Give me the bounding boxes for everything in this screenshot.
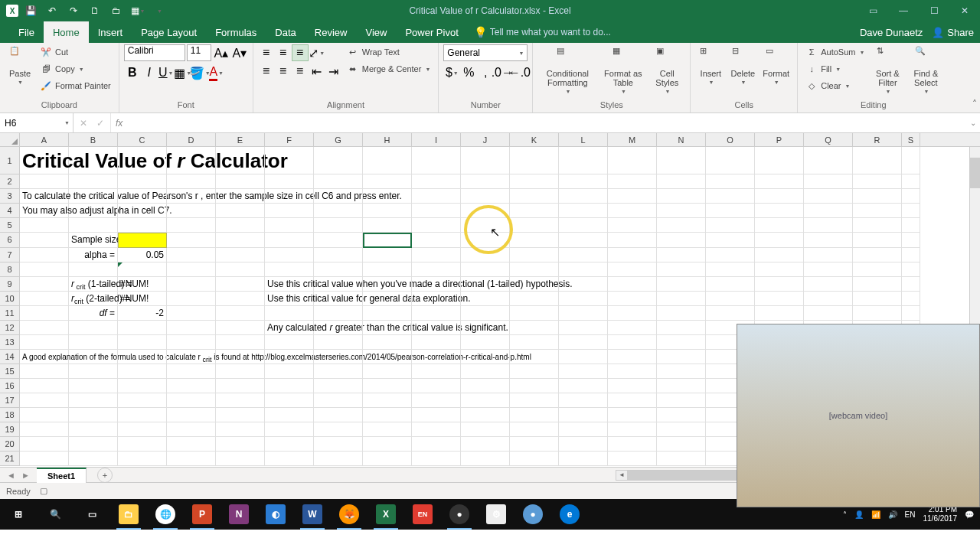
vscroll-thumb[interactable] (970, 158, 980, 188)
cell-B6[interactable]: Sample size (n )= (69, 233, 118, 248)
align-bottom-button[interactable]: ≡ (292, 44, 309, 61)
file-explorer-button[interactable]: 🗀 (110, 499, 147, 530)
align-left-button[interactable]: ≡ (258, 63, 275, 80)
sheet-nav-next[interactable]: ► (21, 471, 30, 480)
tray-expand-icon[interactable]: ˄ (843, 510, 847, 519)
taskbar-clock[interactable]: 2:01 PM 11/6/2017 (923, 505, 958, 523)
menu-file[interactable]: File (9, 21, 44, 43)
cell-C9[interactable]: #NUM! (118, 277, 167, 292)
menu-view[interactable]: View (356, 21, 396, 43)
wrap-text-button[interactable]: ↩Wrap Text (344, 44, 434, 60)
tray-notifications-icon[interactable]: 💬 (965, 510, 974, 519)
collapse-ribbon-button[interactable]: ˄ (972, 99, 977, 109)
qat-customize[interactable]: ▼ (150, 2, 168, 20)
menu-formulas[interactable]: Formulas (206, 21, 266, 43)
col-header-R[interactable]: R (853, 133, 902, 146)
cell-B7[interactable]: alpha = (69, 248, 118, 262)
hscroll-left[interactable]: ◄ (616, 471, 627, 480)
cell-A1[interactable]: Critical Value of r Calculator (20, 147, 69, 174)
menu-data[interactable]: Data (266, 21, 305, 43)
row-header-21[interactable]: 21 (0, 452, 20, 466)
redo-button[interactable]: ↷ (64, 2, 83, 20)
col-header-L[interactable]: L (559, 133, 608, 146)
tray-wifi-icon[interactable]: 📶 (871, 510, 880, 519)
onenote-button[interactable]: N (220, 499, 257, 530)
autosum-button[interactable]: ΣAutoSum▼ (802, 44, 867, 60)
fill-color-button[interactable]: 🪣▼ (191, 64, 208, 81)
tray-volume-icon[interactable]: 🔊 (888, 510, 897, 519)
tell-me-search[interactable]: 💡 Tell me what you want to do... (474, 21, 611, 43)
start-button[interactable]: ⊞ (0, 499, 37, 530)
merge-center-button[interactable]: ⬌Merge & Center▼ (344, 61, 434, 77)
col-header-E[interactable]: E (216, 133, 265, 146)
powerpoint-button[interactable]: P (184, 499, 220, 530)
increase-font-button[interactable]: A▴ (213, 44, 230, 61)
sort-filter-button[interactable]: ⇅Sort & Filter▼ (869, 44, 906, 96)
col-header-J[interactable]: J (461, 133, 510, 146)
decrease-indent-button[interactable]: ⇤ (309, 63, 325, 80)
undo-button[interactable]: ↶ (43, 2, 61, 20)
insert-cells-button[interactable]: ⊞Insert▼ (695, 44, 726, 86)
cell-A3[interactable]: To calculate the critical value of Pears… (20, 189, 69, 204)
col-header-A[interactable]: A (20, 133, 69, 146)
row-header-5[interactable]: 5 (0, 218, 20, 233)
row-header-1[interactable]: 1 (0, 147, 20, 174)
row-header-17[interactable]: 17 (0, 393, 20, 408)
row-header-16[interactable]: 16 (0, 379, 20, 393)
row-header-15[interactable]: 15 (0, 364, 20, 379)
copy-button[interactable]: 🗐Copy▼ (37, 61, 114, 77)
cell-C7[interactable]: 0.05 (118, 248, 167, 262)
tray-people-icon[interactable]: 👤 (854, 510, 864, 519)
maximize-button[interactable]: ☐ (919, 0, 949, 21)
orientation-button[interactable]: ⤢▼ (309, 44, 325, 61)
col-header-K[interactable]: K (510, 133, 559, 146)
close-button[interactable]: ✕ (949, 0, 980, 21)
accounting-button[interactable]: $▼ (443, 64, 460, 81)
percent-button[interactable]: % (460, 64, 477, 81)
cell-F9[interactable]: Use this critical value when you've made… (265, 277, 314, 292)
qat-button-1[interactable]: 🗋 (86, 2, 104, 20)
decrease-font-button[interactable]: A▾ (231, 44, 248, 61)
tray-lang[interactable]: EN (905, 510, 916, 519)
minimize-button[interactable]: — (888, 0, 919, 21)
format-painter-button[interactable]: 🖌️Format Painter (37, 78, 114, 93)
edge-button[interactable]: e (551, 499, 588, 530)
add-sheet-button[interactable]: + (97, 468, 113, 483)
align-center-button[interactable]: ≡ (275, 63, 292, 80)
cell-B11[interactable]: df = (69, 306, 118, 321)
col-header-C[interactable]: C (118, 133, 167, 146)
row-header-20[interactable]: 20 (0, 437, 20, 452)
search-taskbar-button[interactable]: 🔍 (37, 499, 74, 530)
font-size-select[interactable]: 11 (187, 44, 211, 61)
endnote-button[interactable]: EN (404, 499, 441, 530)
align-right-button[interactable]: ≡ (292, 63, 309, 80)
fill-button[interactable]: ↓Fill▼ (802, 61, 867, 77)
menu-page-layout[interactable]: Page Layout (132, 21, 206, 43)
row-header-10[interactable]: 10 (0, 292, 20, 306)
row-header-6[interactable]: 6 (0, 233, 20, 248)
row-header-14[interactable]: 14 (0, 350, 20, 364)
row-header-4[interactable]: 4 (0, 204, 20, 218)
col-header-H[interactable]: H (363, 133, 412, 146)
col-header-Q[interactable]: Q (804, 133, 853, 146)
cell-F10[interactable]: Use this critical value for general data… (265, 292, 314, 306)
sheet-nav-prev[interactable]: ◄ (7, 471, 15, 480)
col-header-F[interactable]: F (265, 133, 314, 146)
formula-bar-input[interactable] (127, 113, 966, 132)
row-header-12[interactable]: 12 (0, 321, 20, 335)
menu-home[interactable]: Home (44, 21, 89, 43)
expand-formula-bar-button[interactable]: ⌄ (966, 113, 980, 132)
task-view-button[interactable]: ▭ (74, 499, 110, 530)
menu-insert[interactable]: Insert (89, 21, 132, 43)
increase-indent-button[interactable]: ⇥ (325, 63, 342, 80)
firefox-button[interactable]: 🦊 (331, 499, 368, 530)
macro-record-icon[interactable]: ▢ (40, 486, 47, 496)
cell-C11[interactable]: -2 (118, 306, 167, 321)
format-as-table-button[interactable]: ▦Format as Table▼ (599, 44, 647, 96)
cancel-formula-button[interactable]: ✕ (80, 118, 87, 129)
row-header-3[interactable]: 3 (0, 189, 20, 204)
menu-review[interactable]: Review (305, 21, 357, 43)
col-header-P[interactable]: P (755, 133, 804, 146)
conditional-formatting-button[interactable]: ▤Conditional Formatting▼ (537, 44, 597, 96)
align-top-button[interactable]: ≡ (258, 44, 275, 61)
